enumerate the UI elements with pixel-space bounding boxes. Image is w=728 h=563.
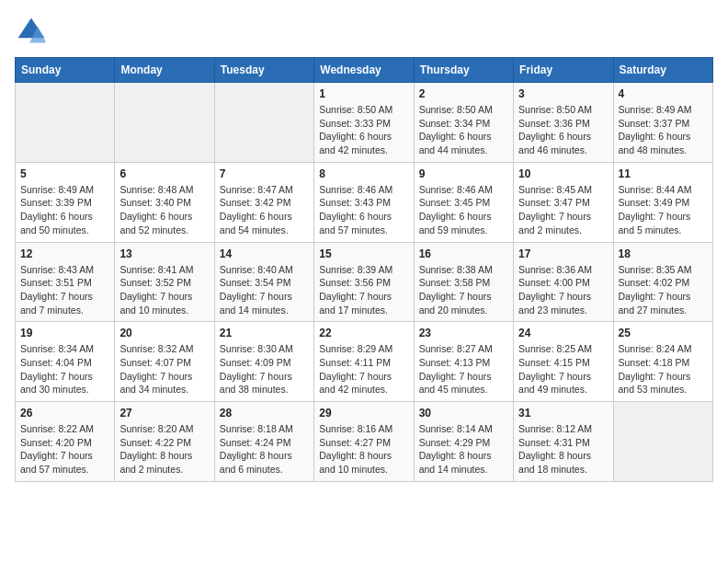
day-number: 5 [20, 167, 109, 180]
day-cell [115, 83, 214, 163]
day-cell: 4Sunrise: 8:49 AM Sunset: 3:37 PM Daylig… [613, 83, 712, 163]
day-number: 6 [119, 167, 209, 180]
day-cell: 27Sunrise: 8:20 AM Sunset: 4:22 PM Dayli… [115, 402, 214, 482]
day-info: Sunrise: 8:45 AM Sunset: 3:47 PM Dayligh… [518, 183, 608, 237]
day-number: 9 [419, 167, 508, 180]
logo [15, 15, 51, 48]
day-cell: 5Sunrise: 8:49 AM Sunset: 3:39 PM Daylig… [16, 162, 115, 242]
day-number: 26 [20, 407, 109, 419]
day-number: 23 [419, 327, 508, 339]
day-info: Sunrise: 8:30 AM Sunset: 4:09 PM Dayligh… [220, 342, 309, 396]
day-number: 19 [20, 327, 109, 339]
day-number: 28 [220, 407, 309, 419]
week-row-4: 19Sunrise: 8:34 AM Sunset: 4:04 PM Dayli… [16, 322, 713, 402]
day-cell: 23Sunrise: 8:27 AM Sunset: 4:13 PM Dayli… [414, 322, 513, 402]
header-cell-thursday: Thursday [414, 58, 513, 83]
day-cell: 11Sunrise: 8:44 AM Sunset: 3:49 PM Dayli… [613, 162, 712, 242]
day-info: Sunrise: 8:32 AM Sunset: 4:07 PM Dayligh… [119, 342, 209, 396]
day-info: Sunrise: 8:46 AM Sunset: 3:45 PM Dayligh… [419, 183, 508, 237]
day-info: Sunrise: 8:39 AM Sunset: 3:56 PM Dayligh… [319, 263, 408, 317]
logo-icon [15, 15, 48, 48]
day-cell: 13Sunrise: 8:41 AM Sunset: 3:52 PM Dayli… [115, 242, 214, 322]
day-cell: 14Sunrise: 8:40 AM Sunset: 3:54 PM Dayli… [214, 242, 313, 322]
day-number: 2 [419, 87, 508, 100]
day-info: Sunrise: 8:49 AM Sunset: 3:37 PM Dayligh… [619, 103, 708, 157]
day-cell: 18Sunrise: 8:35 AM Sunset: 4:02 PM Dayli… [613, 242, 712, 322]
day-info: Sunrise: 8:22 AM Sunset: 4:20 PM Dayligh… [20, 422, 109, 477]
day-cell: 29Sunrise: 8:16 AM Sunset: 4:27 PM Dayli… [314, 402, 414, 482]
day-number: 14 [220, 247, 309, 260]
day-info: Sunrise: 8:29 AM Sunset: 4:11 PM Dayligh… [319, 342, 408, 396]
day-number: 13 [119, 247, 209, 260]
day-info: Sunrise: 8:38 AM Sunset: 3:58 PM Dayligh… [419, 263, 508, 317]
day-info: Sunrise: 8:18 AM Sunset: 4:24 PM Dayligh… [220, 422, 309, 477]
day-info: Sunrise: 8:27 AM Sunset: 4:13 PM Dayligh… [419, 342, 508, 396]
day-number: 17 [518, 247, 608, 260]
day-cell: 31Sunrise: 8:12 AM Sunset: 4:31 PM Dayli… [514, 402, 613, 482]
day-info: Sunrise: 8:24 AM Sunset: 4:18 PM Dayligh… [619, 342, 708, 396]
day-cell: 7Sunrise: 8:47 AM Sunset: 3:42 PM Daylig… [214, 162, 313, 242]
calendar-header: SundayMondayTuesdayWednesdayThursdayFrid… [16, 58, 713, 83]
day-cell: 2Sunrise: 8:50 AM Sunset: 3:34 PM Daylig… [414, 83, 513, 163]
day-info: Sunrise: 8:50 AM Sunset: 3:33 PM Dayligh… [319, 103, 408, 157]
day-number: 4 [619, 87, 708, 100]
header-cell-sunday: Sunday [16, 58, 115, 83]
day-number: 25 [619, 327, 708, 339]
day-info: Sunrise: 8:41 AM Sunset: 3:52 PM Dayligh… [119, 263, 209, 317]
day-cell: 19Sunrise: 8:34 AM Sunset: 4:04 PM Dayli… [16, 322, 115, 402]
day-cell: 17Sunrise: 8:36 AM Sunset: 4:00 PM Dayli… [514, 242, 613, 322]
week-row-2: 5Sunrise: 8:49 AM Sunset: 3:39 PM Daylig… [16, 162, 713, 242]
header-cell-saturday: Saturday [613, 58, 712, 83]
day-cell: 28Sunrise: 8:18 AM Sunset: 4:24 PM Dayli… [214, 402, 313, 482]
day-info: Sunrise: 8:48 AM Sunset: 3:40 PM Dayligh… [119, 183, 209, 237]
day-info: Sunrise: 8:40 AM Sunset: 3:54 PM Dayligh… [220, 263, 309, 317]
day-number: 29 [319, 407, 408, 419]
day-info: Sunrise: 8:50 AM Sunset: 3:34 PM Dayligh… [419, 103, 508, 157]
day-cell: 24Sunrise: 8:25 AM Sunset: 4:15 PM Dayli… [514, 322, 613, 402]
day-info: Sunrise: 8:34 AM Sunset: 4:04 PM Dayligh… [20, 342, 109, 396]
header-cell-friday: Friday [514, 58, 613, 83]
day-cell: 16Sunrise: 8:38 AM Sunset: 3:58 PM Dayli… [414, 242, 513, 322]
day-info: Sunrise: 8:16 AM Sunset: 4:27 PM Dayligh… [319, 422, 408, 477]
day-info: Sunrise: 8:49 AM Sunset: 3:39 PM Dayligh… [20, 183, 109, 237]
day-number: 8 [319, 167, 408, 180]
day-cell: 9Sunrise: 8:46 AM Sunset: 3:45 PM Daylig… [414, 162, 513, 242]
header-cell-wednesday: Wednesday [314, 58, 414, 83]
day-cell: 12Sunrise: 8:43 AM Sunset: 3:51 PM Dayli… [16, 242, 115, 322]
day-cell: 26Sunrise: 8:22 AM Sunset: 4:20 PM Dayli… [16, 402, 115, 482]
day-cell: 30Sunrise: 8:14 AM Sunset: 4:29 PM Dayli… [414, 402, 513, 482]
day-number: 30 [419, 407, 508, 419]
day-number: 27 [119, 407, 209, 419]
header-cell-monday: Monday [115, 58, 214, 83]
day-number: 21 [220, 327, 309, 339]
day-info: Sunrise: 8:35 AM Sunset: 4:02 PM Dayligh… [619, 263, 708, 317]
day-info: Sunrise: 8:43 AM Sunset: 3:51 PM Dayligh… [20, 263, 109, 317]
day-cell [613, 402, 712, 482]
day-number: 12 [20, 247, 109, 260]
day-cell: 6Sunrise: 8:48 AM Sunset: 3:40 PM Daylig… [115, 162, 214, 242]
calendar-table: SundayMondayTuesdayWednesdayThursdayFrid… [15, 57, 713, 482]
header [15, 15, 713, 48]
day-info: Sunrise: 8:46 AM Sunset: 3:43 PM Dayligh… [319, 183, 408, 237]
day-cell: 8Sunrise: 8:46 AM Sunset: 3:43 PM Daylig… [314, 162, 414, 242]
day-info: Sunrise: 8:47 AM Sunset: 3:42 PM Dayligh… [220, 183, 309, 237]
day-number: 20 [119, 327, 209, 339]
day-info: Sunrise: 8:14 AM Sunset: 4:29 PM Dayligh… [419, 422, 508, 477]
day-number: 31 [518, 407, 608, 419]
day-cell: 21Sunrise: 8:30 AM Sunset: 4:09 PM Dayli… [214, 322, 313, 402]
day-number: 15 [319, 247, 408, 260]
day-cell: 1Sunrise: 8:50 AM Sunset: 3:33 PM Daylig… [314, 83, 414, 163]
day-cell [214, 83, 313, 163]
day-info: Sunrise: 8:25 AM Sunset: 4:15 PM Dayligh… [518, 342, 608, 396]
day-number: 7 [220, 167, 309, 180]
day-cell: 10Sunrise: 8:45 AM Sunset: 3:47 PM Dayli… [514, 162, 613, 242]
day-number: 18 [619, 247, 708, 260]
day-info: Sunrise: 8:44 AM Sunset: 3:49 PM Dayligh… [619, 183, 708, 237]
week-row-5: 26Sunrise: 8:22 AM Sunset: 4:20 PM Dayli… [16, 402, 713, 482]
day-info: Sunrise: 8:20 AM Sunset: 4:22 PM Dayligh… [119, 422, 209, 477]
day-number: 1 [319, 87, 408, 100]
day-number: 24 [518, 327, 608, 339]
calendar-body: 1Sunrise: 8:50 AM Sunset: 3:33 PM Daylig… [16, 83, 713, 482]
day-cell: 15Sunrise: 8:39 AM Sunset: 3:56 PM Dayli… [314, 242, 414, 322]
day-number: 22 [319, 327, 408, 339]
